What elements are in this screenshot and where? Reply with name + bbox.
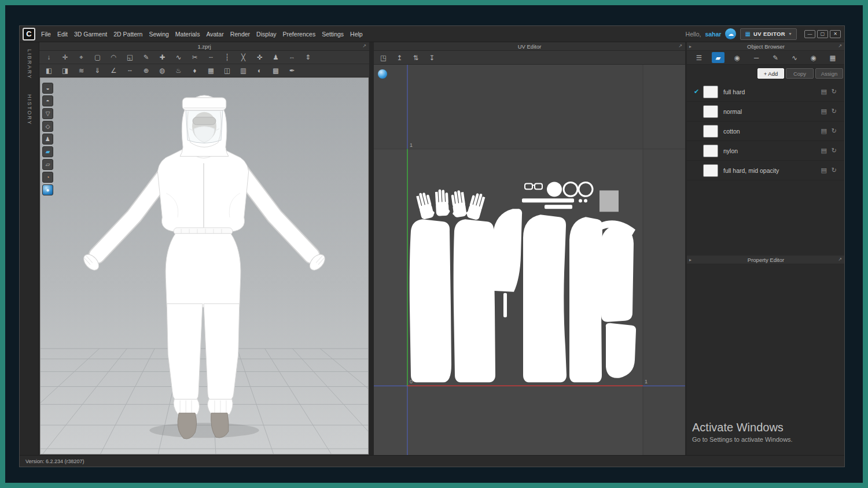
menu-avatar[interactable]: Avatar	[206, 31, 223, 38]
fabric-list-item[interactable]: cotton ▤ ↻	[687, 121, 845, 141]
fabric-list-item[interactable]: full hard, mid opacity ▤ ↻	[687, 161, 845, 180]
detail-sew-icon[interactable]: ╳	[236, 52, 251, 63]
menu-3d-garment[interactable]: 3D Garment	[74, 31, 107, 38]
roller-icon[interactable]: ▦	[826, 52, 839, 63]
uv-editor-icon[interactable]: ◫	[220, 65, 234, 76]
material-tag-icon[interactable]: ▤	[821, 147, 826, 154]
material-tag-icon[interactable]: ▤	[821, 167, 826, 174]
uv-canvas[interactable]: 1 0 1	[374, 65, 685, 455]
3d-viewport[interactable]: ◒ ◓ ▽ ◇ ♟ ▰ ▱ ◔ ●	[40, 77, 369, 454]
material-ball-icon[interactable]: ●	[42, 184, 53, 195]
uv-interfacing-square[interactable]	[599, 190, 619, 212]
simulate-icon[interactable]: ↓	[42, 52, 56, 63]
uv-lower-icon[interactable]: ↧	[425, 52, 439, 63]
dropper-icon[interactable]: ♦	[187, 65, 202, 76]
add-fabric-icon[interactable]: ⊕	[139, 65, 153, 76]
garment-view-icon[interactable]: ▽	[42, 108, 53, 119]
expand-icon[interactable]: ↗	[362, 43, 366, 49]
avatar-fit-height-icon[interactable]: ⇕	[301, 52, 315, 63]
sphere-view-icon[interactable]: ◉	[731, 52, 744, 63]
menu-materials[interactable]: Materials	[175, 31, 200, 38]
mannequin-view-icon[interactable]: ♟	[42, 134, 53, 145]
add-point-icon[interactable]: ✚	[155, 52, 170, 63]
username-text[interactable]: sahar	[705, 31, 721, 38]
flatten-icon[interactable]: ◨	[58, 65, 72, 76]
fabric-tab-icon[interactable]: ▰	[712, 52, 724, 63]
expand-icon[interactable]: ↗	[838, 43, 842, 49]
pattern-view-icon[interactable]: ▱	[42, 159, 53, 170]
minimize-button[interactable]: —	[804, 30, 815, 38]
gravity-icon[interactable]: ⇓	[90, 65, 105, 76]
pin-icon[interactable]: ✜	[252, 52, 267, 63]
fabric-list-item[interactable]: ✔ full hard ▤ ↻	[687, 82, 845, 102]
edit-curve-icon[interactable]: ∿	[171, 52, 186, 63]
avatar-hairstyle-icon[interactable]: ◓	[42, 95, 53, 106]
avatar-display-icon[interactable]: ♟	[269, 52, 283, 63]
menu-preferences[interactable]: Preferences	[283, 31, 316, 38]
list-view-icon[interactable]: ☰	[693, 52, 705, 63]
render-preview-icon[interactable]: ◐	[252, 65, 267, 76]
menu-edit[interactable]: Edit	[57, 31, 68, 38]
tab-library[interactable]: LIBRARY	[27, 49, 32, 79]
sync-icon[interactable]: ↻	[832, 167, 837, 174]
box-select-icon[interactable]: ▢	[90, 52, 105, 63]
steam-icon[interactable]: ♨	[171, 65, 186, 76]
accessory-view-icon[interactable]: ◇	[42, 121, 53, 132]
avatar-head-icon[interactable]: ◒	[42, 83, 53, 94]
needle-icon[interactable]: ✒	[285, 65, 299, 76]
menu-sewing[interactable]: Sewing	[149, 31, 168, 38]
menu-display[interactable]: Display	[256, 31, 276, 38]
topstitch-icon[interactable]: ∿	[788, 52, 801, 63]
select-mesh-icon[interactable]: ⌖	[74, 52, 89, 63]
material-tag-icon[interactable]: ▤	[821, 108, 826, 115]
uv-snapshot-icon[interactable]: ◳	[376, 52, 391, 63]
segment-sew-icon[interactable]: ┄	[204, 52, 218, 63]
copy-button[interactable]: Copy	[786, 68, 814, 79]
wind-icon[interactable]: ≋	[74, 65, 89, 76]
menu-render[interactable]: Render	[230, 31, 250, 38]
fabric-list-item[interactable]: nylon ▤ ↻	[687, 141, 845, 161]
add-button[interactable]: + Add	[757, 68, 784, 79]
trim-icon[interactable]: ─	[750, 52, 763, 63]
material-tag-icon[interactable]: ▤	[821, 88, 826, 95]
sync-icon[interactable]: ↻	[832, 127, 837, 135]
uv-swap-icon[interactable]: ⇅	[409, 52, 423, 63]
tape-measure-icon[interactable]: ╌	[123, 65, 137, 76]
cut-sew-icon[interactable]: ✂	[187, 52, 202, 63]
select-move-icon[interactable]: ✛	[58, 52, 72, 63]
editor-mode-dropdown[interactable]: ▦ UV EDITOR ▼	[740, 28, 797, 40]
expand-icon[interactable]: ↗	[838, 257, 842, 262]
cloud-sync-icon[interactable]: ☁	[725, 28, 736, 39]
button-icon[interactable]: ◉	[807, 52, 820, 63]
measure-angle-icon[interactable]: ∠	[106, 65, 121, 76]
material-sphere-icon[interactable]	[378, 69, 387, 79]
sync-icon[interactable]: ↻	[832, 108, 837, 115]
grid-snap-icon[interactable]: ▩	[269, 65, 283, 76]
fabric-list-item[interactable]: normal ▤ ↻	[687, 102, 845, 121]
transform-pattern-icon[interactable]: ◱	[123, 52, 137, 63]
show-garment-icon[interactable]: ▰	[42, 146, 53, 157]
menu-file[interactable]: File	[41, 31, 51, 38]
collapse-arrow-icon[interactable]: ▸	[689, 44, 692, 49]
edit-pattern-icon[interactable]: ✎	[139, 52, 153, 63]
assign-button[interactable]: Assign	[815, 68, 843, 79]
restore-button[interactable]: ▢	[817, 30, 828, 38]
menu-help[interactable]: Help	[350, 31, 363, 38]
lasso-select-icon[interactable]: ◠	[106, 52, 121, 63]
avatar-fit-width-icon[interactable]: ⇔	[285, 52, 299, 63]
uv-raise-icon[interactable]: ↥	[392, 52, 407, 63]
fabric-sphere-icon[interactable]: ◍	[155, 65, 170, 76]
close-button[interactable]: ✕	[830, 30, 841, 38]
material-tag-icon[interactable]: ▤	[821, 127, 826, 135]
menu-settings[interactable]: Settings	[322, 31, 344, 38]
window-layout-icon[interactable]: ▥	[236, 65, 251, 76]
avatar-skin-icon[interactable]: ◔	[42, 172, 53, 183]
stitch-icon[interactable]: ✎	[769, 52, 782, 63]
collapse-arrow-icon[interactable]: ▸	[689, 257, 692, 263]
sync-icon[interactable]: ↻	[832, 147, 837, 154]
texture-editor-icon[interactable]: ▦	[204, 65, 218, 76]
expand-icon[interactable]: ↗	[678, 43, 682, 49]
sync-icon[interactable]: ↻	[832, 88, 837, 95]
tab-history[interactable]: HISTORY	[27, 94, 32, 125]
menu-2d-pattern[interactable]: 2D Pattern	[113, 31, 142, 38]
